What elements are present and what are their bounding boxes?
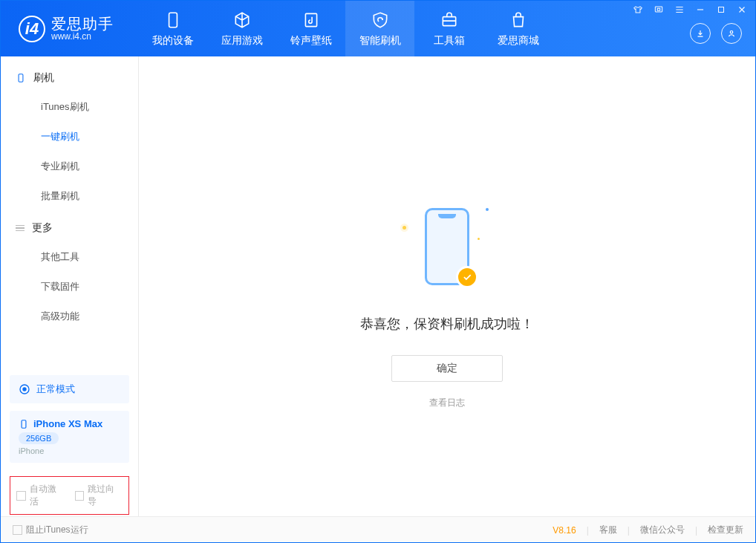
main-nav: 我的设备 应用游戏 铃声壁纸 智能刷机 工具箱 爱思商城: [138, 1, 553, 56]
sidebar-item-download-firmware[interactable]: 下载固件: [1, 272, 138, 302]
success-message: 恭喜您，保资料刷机成功啦！: [360, 315, 534, 333]
svg-point-6: [730, 31, 733, 34]
logo-subtitle: www.i4.cn: [51, 32, 114, 42]
main-content: 恭喜您，保资料刷机成功啦！ 确定 查看日志: [139, 56, 755, 516]
link-wechat[interactable]: 微信公众号: [640, 524, 685, 536]
nav-store[interactable]: 爱思商城: [483, 1, 553, 56]
device-name: iPhone XS Max: [33, 418, 102, 429]
view-log-link[interactable]: 查看日志: [429, 397, 465, 409]
checkbox-auto-activate[interactable]: 自动激活: [16, 483, 65, 508]
device-type: iPhone: [19, 446, 120, 455]
check-badge-icon: [456, 266, 478, 288]
nav-apps-games[interactable]: 应用游戏: [207, 1, 276, 56]
sidebar-item-batch-flash[interactable]: 批量刷机: [1, 181, 138, 211]
bag-icon: [509, 10, 528, 30]
nav-toolbox[interactable]: 工具箱: [414, 1, 483, 56]
nav-smart-flash[interactable]: 智能刷机: [345, 1, 414, 56]
link-support[interactable]: 客服: [599, 524, 617, 536]
window-controls: [632, 4, 748, 16]
maximize-button[interactable]: [715, 4, 727, 16]
checkbox-prevent-itunes[interactable]: 阻止iTunes运行: [13, 524, 88, 536]
app-header: i4 爱思助手 www.i4.cn 我的设备 应用游戏 铃声壁纸 智能刷机 工具…: [1, 1, 755, 56]
minimize-button[interactable]: [694, 4, 706, 16]
checkbox-skip-wizard[interactable]: 跳过向导: [75, 483, 123, 508]
sidebar-section-flash: 刷机: [1, 71, 138, 92]
checkbox-icon: [75, 491, 85, 501]
sidebar-item-pro-flash[interactable]: 专业刷机: [1, 152, 138, 181]
link-check-update[interactable]: 检查更新: [708, 524, 743, 536]
nav-ringtones-wallpapers[interactable]: 铃声壁纸: [276, 1, 345, 56]
svg-rect-3: [655, 7, 662, 12]
more-icon: [16, 224, 25, 233]
phone-icon: [16, 73, 26, 83]
sidebar-item-one-click-flash[interactable]: 一键刷机: [1, 122, 138, 152]
logo-icon: i4: [19, 16, 45, 42]
logo-title: 爱思助手: [51, 16, 114, 32]
sidebar-item-itunes-flash[interactable]: iTunes刷机: [1, 92, 138, 122]
device-icon: [163, 10, 183, 30]
lock-icon[interactable]: [653, 4, 665, 16]
mode-indicator[interactable]: 正常模式: [10, 375, 129, 403]
mode-icon: [19, 383, 30, 395]
user-button[interactable]: [721, 23, 742, 44]
sidebar-item-other-tools[interactable]: 其他工具: [1, 242, 138, 272]
download-button[interactable]: [690, 23, 711, 44]
options-row: 自动激活 跳过向导: [10, 476, 129, 515]
device-capacity: 256GB: [19, 432, 59, 444]
svg-rect-5: [719, 7, 724, 13]
cube-icon: [232, 10, 252, 30]
menu-icon[interactable]: [674, 4, 685, 16]
svg-rect-1: [305, 13, 316, 26]
success-illustration: [403, 205, 492, 294]
status-bar: 阻止iTunes运行 V8.16 | 客服 | 微信公众号 | 检查更新: [1, 516, 755, 543]
nav-my-device[interactable]: 我的设备: [138, 1, 207, 56]
ok-button[interactable]: 确定: [391, 355, 503, 382]
device-card[interactable]: iPhone XS Max 256GB iPhone: [10, 411, 129, 463]
svg-rect-0: [169, 13, 177, 27]
logo: i4 爱思助手 www.i4.cn: [1, 1, 138, 56]
refresh-shield-icon: [371, 10, 390, 30]
sidebar-section-more: 更多: [1, 221, 138, 242]
checkbox-icon: [13, 525, 22, 535]
svg-rect-7: [19, 74, 23, 82]
sidebar-item-advanced[interactable]: 高级功能: [1, 302, 138, 331]
device-phone-icon: [19, 419, 29, 429]
checkbox-icon: [16, 491, 26, 501]
version-label: V8.16: [553, 525, 576, 536]
svg-rect-4: [657, 8, 660, 10]
music-icon: [302, 10, 321, 30]
toolbox-icon: [440, 10, 459, 30]
svg-rect-10: [22, 420, 26, 428]
sidebar: 刷机 iTunes刷机 一键刷机 专业刷机 批量刷机 更多 其他工具 下载固件 …: [1, 56, 139, 516]
svg-point-9: [23, 388, 26, 391]
tshirt-icon[interactable]: [632, 4, 644, 16]
close-button[interactable]: [736, 4, 748, 16]
